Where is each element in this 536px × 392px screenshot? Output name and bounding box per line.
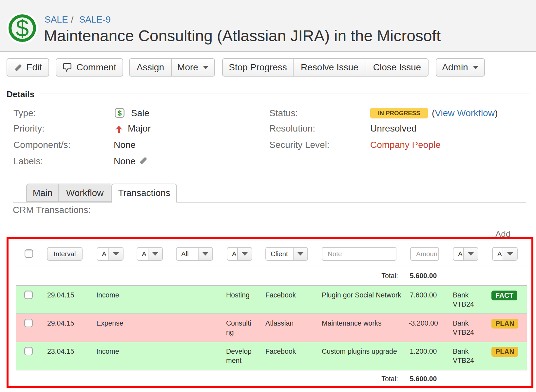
svg-text:$: $ — [118, 109, 122, 117]
svg-text:$: $ — [16, 15, 29, 41]
